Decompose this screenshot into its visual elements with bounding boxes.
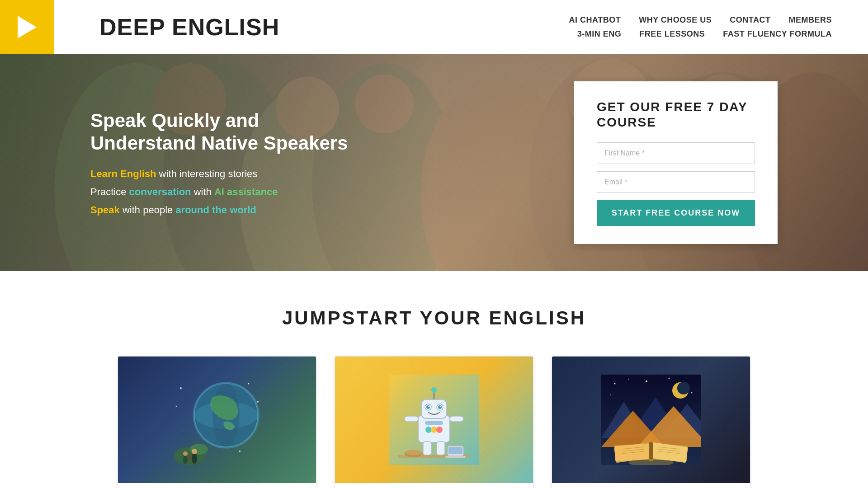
signup-title: GET OUR FREE 7 DAY COURSE [597, 99, 755, 130]
ai-chatbot-image [335, 357, 533, 483]
svg-point-26 [239, 450, 241, 452]
svg-point-62 [610, 394, 611, 395]
free-lessons-body: Free Lessons Practice Your Listening Lea… [118, 483, 316, 488]
bullet-3-mid: with people [123, 204, 175, 216]
cards-row: Free Lessons Practice Your Listening Lea… [90, 356, 778, 488]
svg-rect-42 [425, 421, 443, 425]
signup-card: GET OUR FREE 7 DAY COURSE START FREE COU… [574, 81, 778, 244]
three-minute-card: Three Minute English Learn New Words Lea… [552, 356, 750, 488]
nav-ai-chatbot[interactable]: AI CHATBOT [569, 15, 621, 25]
nav-contact[interactable]: CONTACT [730, 15, 770, 25]
logo-yellow-box [0, 0, 54, 54]
ai-chatbot-body: AI Chatbot English Assistant Roleplay Le… [335, 483, 533, 488]
nav-fast-fluency[interactable]: FAST FLUENCY FORMULA [723, 29, 832, 39]
jumpstart-title: JUMPSTART YOUR ENGLISH [90, 307, 778, 329]
svg-point-44 [431, 427, 437, 433]
three-minute-image [552, 357, 750, 483]
svg-rect-75 [649, 442, 653, 461]
svg-point-60 [669, 378, 670, 379]
svg-point-23 [248, 383, 250, 385]
svg-rect-55 [445, 456, 466, 458]
nav-free-lessons[interactable]: FREE LESSONS [639, 29, 705, 39]
bullet-2-prefix: Practice [90, 186, 129, 197]
nav-row-1: AI CHATBOT WHY CHOOSE US CONTACT MEMBERS [569, 15, 832, 25]
globe-svg [167, 370, 267, 469]
svg-point-45 [436, 427, 443, 433]
bullet-2-highlight2: AI assistance [214, 186, 278, 197]
free-lessons-image [118, 357, 316, 483]
bullet-3-highlight2: around the world [175, 204, 256, 216]
bullet-3-highlight1: Speak [90, 204, 120, 216]
svg-point-65 [677, 382, 690, 394]
logo-area: DEEP ENGLISH [36, 14, 279, 41]
svg-point-27 [192, 453, 197, 464]
svg-point-40 [428, 406, 429, 407]
ai-chatbot-card: AI Chatbot English Assistant Roleplay Le… [335, 356, 533, 488]
svg-point-41 [440, 406, 441, 407]
hero-content: Speak Quickly and Understand Native Spea… [0, 54, 868, 271]
svg-point-22 [180, 387, 182, 389]
svg-rect-54 [448, 447, 462, 454]
hero-bullets: Learn English with interesting stories P… [90, 168, 362, 216]
free-lessons-card: Free Lessons Practice Your Listening Lea… [118, 356, 316, 488]
hero-text: Speak Quickly and Understand Native Spea… [90, 109, 362, 216]
bullet-2-mid: with [194, 186, 214, 197]
bullet-1-highlight: Learn English [90, 168, 156, 179]
svg-point-28 [192, 449, 197, 454]
hero-bullet-3: Speak with people around the world [90, 204, 362, 216]
nav-why-choose-us[interactable]: WHY CHOOSE US [639, 15, 712, 25]
svg-point-39 [438, 405, 442, 409]
svg-rect-47 [450, 416, 463, 422]
svg-point-63 [691, 392, 693, 394]
svg-rect-48 [423, 441, 431, 455]
email-input[interactable] [597, 171, 755, 193]
three-minute-body: Three Minute English Learn New Words Lea… [552, 483, 750, 488]
bullet-1-suffix: with interesting stories [159, 168, 258, 179]
first-name-input[interactable] [597, 142, 755, 164]
jumpstart-section: JUMPSTART YOUR ENGLISH [0, 271, 868, 488]
svg-rect-21 [189, 454, 191, 460]
svg-rect-49 [437, 441, 445, 455]
main-nav: AI CHATBOT WHY CHOOSE US CONTACT MEMBERS… [569, 15, 832, 39]
svg-point-57 [614, 383, 616, 385]
nav-row-2: 3-MIN ENG FREE LESSONS FAST FLUENCY FORM… [577, 29, 832, 39]
play-icon [18, 16, 37, 38]
site-header: DEEP ENGLISH AI CHATBOT WHY CHOOSE US CO… [0, 0, 868, 54]
nav-members[interactable]: MEMBERS [788, 15, 832, 25]
robot-svg [389, 375, 479, 465]
nav-3-min-eng[interactable]: 3-MIN ENG [577, 29, 622, 39]
svg-point-30 [183, 451, 188, 456]
svg-rect-46 [405, 416, 418, 422]
hero-bullet-1: Learn English with interesting stories [90, 168, 362, 180]
hero-title: Speak Quickly and Understand Native Spea… [90, 109, 362, 155]
svg-point-24 [257, 401, 259, 403]
svg-point-29 [183, 455, 188, 464]
svg-point-43 [425, 427, 432, 433]
hero-section: Speak Quickly and Understand Native Spea… [0, 54, 868, 271]
svg-point-58 [628, 379, 629, 380]
site-name: DEEP ENGLISH [99, 14, 279, 41]
book-svg [601, 375, 701, 465]
svg-point-38 [426, 405, 430, 409]
start-course-button[interactable]: START FREE COURSE NOW [597, 200, 755, 226]
svg-point-25 [176, 406, 177, 407]
hero-bullet-2: Practice conversation with AI assistance [90, 186, 362, 198]
svg-point-52 [406, 450, 422, 455]
bullet-2-highlight1: conversation [129, 186, 191, 197]
svg-point-35 [431, 387, 437, 393]
svg-point-59 [646, 380, 647, 382]
